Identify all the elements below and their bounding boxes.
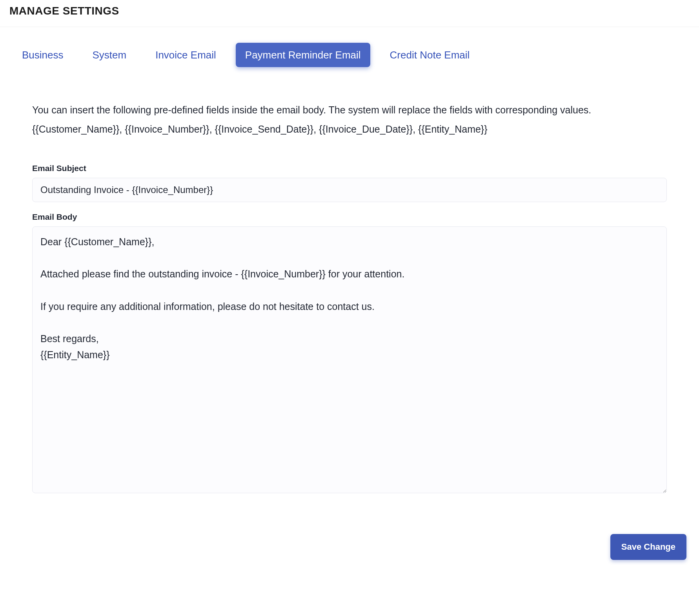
- page-header: MANAGE SETTINGS: [0, 0, 699, 27]
- tab-business[interactable]: Business: [13, 43, 73, 67]
- email-subject-input[interactable]: [32, 178, 667, 202]
- info-block: You can insert the following pre-defined…: [13, 102, 686, 137]
- info-placeholders: {{Customer_Name}}, {{Invoice_Number}}, {…: [32, 122, 667, 137]
- tab-system[interactable]: System: [83, 43, 136, 67]
- tab-credit-note-email[interactable]: Credit Note Email: [380, 43, 479, 67]
- email-body-textarea[interactable]: [32, 226, 667, 493]
- content-area: Business System Invoice Email Payment Re…: [0, 27, 699, 510]
- page-title: MANAGE SETTINGS: [9, 5, 690, 17]
- email-body-label: Email Body: [32, 212, 667, 222]
- info-description: You can insert the following pre-defined…: [32, 102, 667, 118]
- tab-invoice-email[interactable]: Invoice Email: [146, 43, 226, 67]
- actions-bar: Save Change: [0, 510, 699, 576]
- tab-payment-reminder-email[interactable]: Payment Reminder Email: [236, 43, 370, 67]
- tab-bar: Business System Invoice Email Payment Re…: [13, 43, 686, 67]
- save-button[interactable]: Save Change: [610, 534, 686, 560]
- email-form: Email Subject Email Body: [13, 164, 686, 495]
- email-subject-label: Email Subject: [32, 164, 667, 173]
